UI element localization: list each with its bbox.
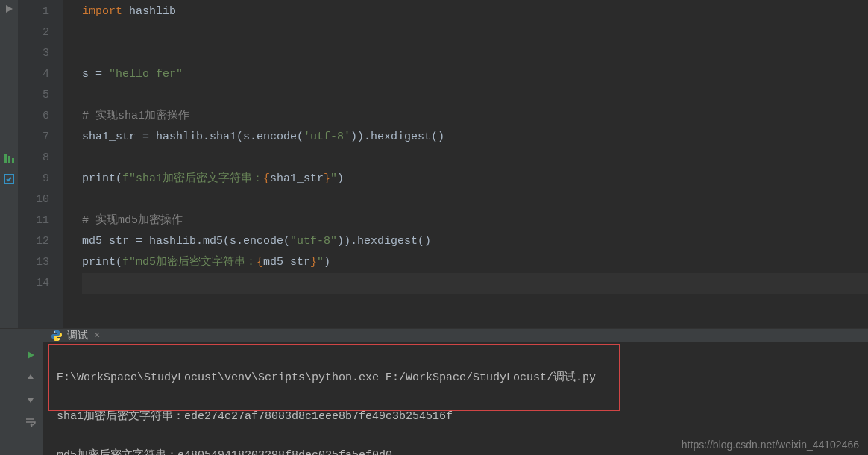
code-editor[interactable]: import hashlib s = "hello fer" # 实现sha1加… (63, 0, 868, 328)
line-number: 7 (18, 127, 49, 148)
editor-area: 1 2 3 4 5 6 7 8 9 10 11 12 13 14 import … (0, 0, 868, 328)
line-number: 4 (18, 64, 49, 85)
console-output[interactable]: E:\WorkSpace\StudyLocust\venv\Scripts\py… (43, 340, 868, 455)
svg-rect-3 (12, 158, 14, 163)
code-line (82, 22, 868, 43)
structure-icon[interactable] (3, 152, 15, 164)
line-number: 1 (18, 1, 49, 22)
line-number-gutter[interactable]: 1 2 3 4 5 6 7 8 9 10 11 12 13 14 (18, 0, 63, 328)
code-line (82, 273, 868, 294)
console-line: sha1加密后密文字符串：ede274c27af78083d8c1eee8b7f… (57, 407, 855, 427)
code-line: # 实现md5加密操作 (82, 210, 868, 231)
line-number: 13 (18, 252, 49, 273)
commit-icon[interactable] (3, 173, 15, 185)
line-number: 2 (18, 22, 49, 43)
down-icon[interactable] (23, 392, 38, 407)
svg-marker-0 (6, 5, 13, 13)
code-line: print(f"md5加密后密文字符串：{md5_str}") (82, 252, 868, 273)
soft-wrap-icon[interactable] (23, 415, 38, 430)
up-icon[interactable] (23, 370, 38, 385)
line-number: 8 (18, 148, 49, 169)
line-number: 5 (18, 85, 49, 106)
code-line: print(f"sha1加密后密文字符串：{sha1_str}") (82, 169, 868, 189)
line-number: 11 (18, 210, 49, 231)
console-line: E:\WorkSpace\StudyLocust\venv\Scripts\py… (57, 368, 855, 388)
code-line: import hashlib (82, 1, 868, 22)
code-line (82, 189, 868, 210)
svg-rect-1 (4, 154, 7, 163)
code-line: # 实现sha1加密操作 (82, 106, 868, 127)
rerun-icon[interactable] (23, 348, 38, 363)
code-line (82, 148, 868, 169)
console-toolbar (18, 340, 43, 455)
line-number: 3 (18, 43, 49, 64)
svg-marker-7 (28, 351, 34, 359)
debug-panel: 调试 × E:\WorkSpace\StudyLocust\venv\Scrip (0, 328, 868, 455)
code-line: md5_str = hashlib.md5(s.encode("utf-8"))… (82, 231, 868, 252)
code-line (82, 43, 868, 64)
watermark-text: https://blog.csdn.net/weixin_44102466 (682, 439, 859, 451)
line-number: 12 (18, 231, 49, 252)
run-icon[interactable] (3, 3, 15, 15)
line-number: 10 (18, 189, 49, 210)
line-number: 6 (18, 106, 49, 127)
code-line: sha1_str = hashlib.sha1(s.encode('utf-8'… (82, 127, 868, 148)
code-line: s = "hello fer" (82, 64, 868, 85)
svg-rect-2 (8, 156, 10, 163)
panel-left-gutter (0, 329, 18, 455)
left-tool-gutter (0, 0, 18, 328)
code-line (82, 85, 868, 106)
line-number: 9 (18, 169, 49, 189)
svg-point-5 (54, 331, 55, 332)
line-number: 14 (18, 273, 49, 294)
